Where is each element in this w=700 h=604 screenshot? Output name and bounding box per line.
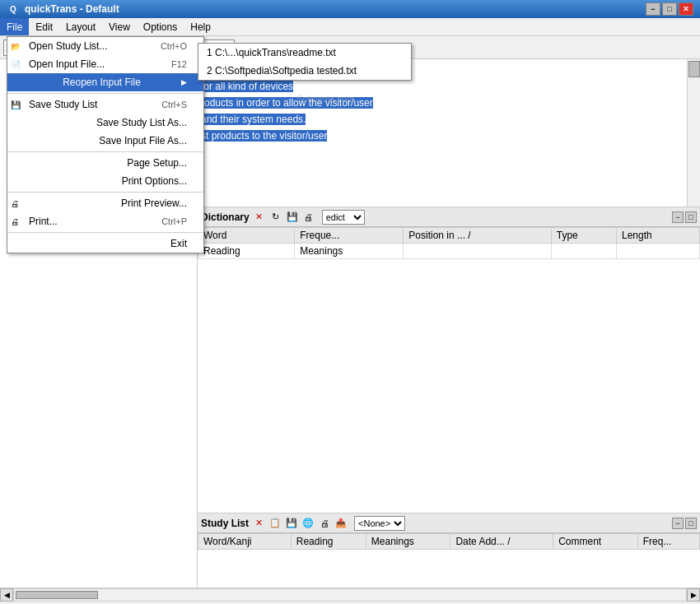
dict-col-length[interactable]: Length — [617, 228, 700, 244]
dict-max-btn[interactable]: □ — [685, 211, 697, 223]
dict-type-cell — [551, 244, 616, 259]
menu-print-options[interactable]: Print Options... — [7, 172, 203, 190]
menu-view[interactable]: View — [102, 18, 137, 35]
dict-col-type[interactable]: Type — [551, 228, 616, 244]
dict-col-word[interactable]: Word — [198, 228, 295, 244]
study-print-btn[interactable]: 🖨 — [318, 517, 331, 530]
table-row: Reading Meanings — [198, 244, 700, 259]
menu-page-setup[interactable]: Page Setup... — [7, 154, 203, 172]
print-label: Print... — [29, 216, 58, 227]
study-max-btn[interactable]: □ — [685, 518, 697, 529]
save-input-as-label: Save Input File As... — [99, 135, 187, 146]
open-input-shortcut: F12 — [155, 59, 187, 69]
scroll-right-btn[interactable]: ▶ — [687, 588, 700, 602]
h-scrollbar-thumb[interactable] — [16, 591, 98, 599]
dict-pos-cell — [404, 244, 552, 259]
study-col-reading[interactable]: Reading — [291, 534, 366, 550]
menu-save-study[interactable]: 💾 Save Study List Ctrl+S — [7, 95, 203, 114]
recent-file-1[interactable]: 1 C:\...\quickTrans\readme.txt — [198, 44, 411, 62]
reopen-label: Reopen Input File — [63, 77, 141, 88]
menu-print-preview[interactable]: 🖨 Print Preview... — [7, 194, 203, 212]
study-panel-header: Study List ✕ 📋 💾 🌐 🖨 📤 <None> − □ — [198, 513, 700, 533]
dict-word-cell: Reading — [198, 244, 295, 259]
close-button[interactable]: ✕ — [679, 2, 693, 16]
text-highlight-5: st products to the visitor/user — [201, 130, 327, 142]
menu-layout[interactable]: Layout — [59, 18, 102, 35]
text-highlight-4: and their system needs. — [201, 114, 306, 125]
dict-col-pos[interactable]: Position in ... / — [404, 228, 552, 244]
menu-options[interactable]: Options — [137, 18, 184, 35]
recent-file-2[interactable]: 2 C:\Softpedia\Softpedia tested.txt — [198, 62, 411, 80]
title-bar: Q quickTrans - Default − □ ✕ — [0, 0, 700, 18]
file-dropdown-menu: 📂 Open Study List... Ctrl+O 📄 Open Input… — [7, 36, 204, 253]
print-preview-label: Print Preview... — [121, 197, 187, 209]
print-icon: 🖨 — [11, 217, 26, 226]
study-col-meanings[interactable]: Meanings — [366, 534, 450, 550]
text-vscrollbar[interactable] — [687, 59, 700, 207]
dict-print-btn[interactable]: 🖨 — [302, 211, 315, 224]
dict-table: Word Freque... Position in ... / Type Le… — [198, 227, 700, 259]
menu-print[interactable]: 🖨 Print... Ctrl+P — [7, 212, 203, 230]
menu-open-input[interactable]: 📄 Open Input File... F12 — [7, 55, 203, 73]
dict-col-freq[interactable]: Freque... — [295, 228, 404, 244]
save-study-as-label: Save Study List As... — [96, 117, 187, 128]
scroll-left-btn[interactable]: ◀ — [0, 588, 13, 602]
study-list-select[interactable]: <None> — [354, 516, 405, 531]
study-col-date[interactable]: Date Add... / — [450, 534, 553, 550]
save-input-as-icon — [11, 137, 26, 146]
study-min-btn[interactable]: − — [672, 518, 684, 529]
app-icon: Q — [7, 2, 20, 16]
dict-min-btn[interactable]: − — [672, 211, 684, 223]
dict-panel-title: Dictionary — [201, 211, 250, 223]
reopen-icon — [11, 78, 26, 87]
study-copy-btn[interactable]: 📋 — [268, 517, 282, 530]
menu-help[interactable]: Help — [184, 18, 217, 35]
dict-refresh-btn[interactable]: ↻ — [269, 211, 282, 224]
open-input-icon: 📄 — [11, 60, 26, 69]
study-table-container: Word/Kanji Reading Meanings Date Add... … — [198, 533, 700, 588]
separator-d — [7, 232, 203, 233]
minimize-button[interactable]: − — [646, 2, 660, 16]
separator-c — [7, 192, 203, 193]
dict-save-btn[interactable]: 💾 — [286, 211, 299, 224]
menu-reopen-input[interactable]: Reopen Input File — [7, 73, 203, 91]
save-study-shortcut: Ctrl+S — [145, 100, 187, 109]
dict-length-cell — [617, 244, 700, 259]
study-controls-right: − □ — [672, 518, 697, 529]
text-line-5: st products to the visitor/user — [201, 128, 697, 143]
h-scrollbar[interactable] — [13, 588, 687, 602]
study-save-btn[interactable]: 💾 — [285, 517, 298, 530]
study-panel-title: Study List — [201, 518, 249, 529]
separator-a — [7, 93, 203, 94]
text-highlight-2: for all kind of devices — [201, 81, 293, 92]
page-setup-label: Page Setup... — [127, 157, 187, 169]
menu-edit[interactable]: Edit — [29, 18, 59, 35]
study-col-word[interactable]: Word/Kanji — [198, 534, 292, 550]
text-highlight-3: roducts in order to allow the visitor/us… — [201, 97, 373, 109]
print-shortcut: Ctrl+P — [145, 216, 187, 226]
dict-close-btn[interactable]: ✕ — [253, 211, 266, 224]
study-col-comment[interactable]: Comment — [553, 534, 638, 550]
dict-panel-header: Dictionary ✕ ↻ 💾 🖨 edict edict2 − □ — [198, 207, 700, 227]
study-col-freq[interactable]: Freq... — [637, 534, 699, 550]
menu-open-study[interactable]: 📂 Open Study List... Ctrl+O — [7, 37, 203, 55]
open-study-label: Open Study List... — [29, 40, 107, 52]
scrollbar-thumb[interactable] — [688, 61, 700, 77]
title-bar-text: quickTrans - Default — [25, 3, 646, 15]
study-close-btn[interactable]: ✕ — [252, 517, 265, 530]
maximize-button[interactable]: □ — [662, 2, 677, 16]
dict-select[interactable]: edict edict2 — [322, 210, 365, 225]
menu-file[interactable]: File — [0, 18, 29, 35]
text-area: 100,000 free and free-to-try software pr… — [198, 59, 700, 207]
menu-exit[interactable]: Exit — [7, 235, 203, 253]
title-bar-controls[interactable]: − □ ✕ — [646, 2, 693, 16]
menu-save-study-as[interactable]: Save Study List As... — [7, 114, 203, 132]
study-web-btn[interactable]: 🌐 — [301, 517, 315, 530]
study-panel: Study List ✕ 📋 💾 🌐 🖨 📤 <None> − □ — [198, 513, 700, 588]
menu-save-input-as[interactable]: Save Input File As... — [7, 132, 203, 150]
open-input-label: Open Input File... — [29, 58, 105, 70]
exit-icon — [11, 239, 26, 249]
page-setup-icon — [11, 159, 26, 168]
study-export-btn[interactable]: 📤 — [334, 517, 348, 530]
save-study-label: Save Study List — [29, 99, 97, 110]
